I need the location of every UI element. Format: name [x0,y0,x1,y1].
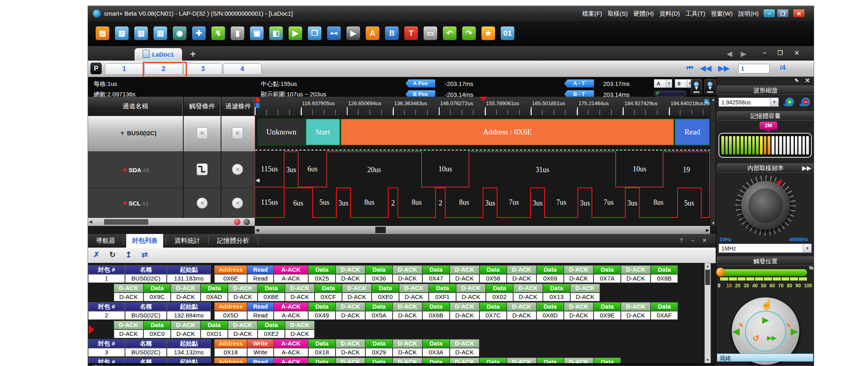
packet-value-cell[interactable]: D-ACK [285,329,315,338]
packet-value-cell[interactable]: 0X58 [479,274,507,283]
packet-value-cell[interactable]: 1 [88,274,125,283]
packet-value-cell[interactable]: 0X9E [594,311,621,320]
packet-value-cell[interactable]: D-ACK [114,329,143,338]
refresh-packets-icon[interactable]: ↻ [107,250,118,260]
trigger-slider-handle[interactable] [716,268,725,277]
scroll-up-icon[interactable]: ▲ [705,263,710,269]
bus-segment-read[interactable]: Read [674,118,710,146]
packet-value-cell[interactable]: 0X02 [486,293,513,301]
a-t-badge[interactable]: A - T [564,79,594,87]
probe-tool-icon[interactable] [244,219,250,225]
page-button-3[interactable]: 3 [184,63,222,75]
packet-value-cell[interactable]: 0XC0 [143,329,171,338]
menu-w[interactable]: 視窗(W) [711,10,733,18]
flag-b-icon[interactable]: B [385,26,399,40]
snapshot-camera-icon[interactable]: ◉ [173,26,186,40]
page-button-4[interactable]: 4 [223,63,262,75]
packet-value-cell[interactable]: 0X6E [214,274,247,283]
packet-value-cell[interactable]: 0XAD [201,293,228,301]
quick-acquire-lightning-icon[interactable]: ↯ [211,26,225,40]
channel-panel-scrollbar[interactable]: ◀ [88,218,255,226]
search-prev-icon[interactable]: ↶ [443,26,457,40]
packet-table-scrollbar[interactable]: ▲ ▼ [704,263,711,363]
packet-value-cell[interactable]: 0XF1 [429,293,456,301]
zoom-out-icon[interactable]: − [801,98,810,106]
compare-documents-icon[interactable]: ❒ [308,26,321,40]
place-marker-b-button[interactable] [704,79,716,94]
packet-value-cell[interactable]: 0X5D [214,311,247,320]
time-ruler[interactable]: 116.937905us126.650694us136.363483us146.… [255,97,710,116]
flag-a-icon[interactable]: A [366,26,379,40]
packet-value-cell[interactable]: 0XD1 [201,329,228,338]
packet-value-cell[interactable]: 0X7A [594,274,621,283]
eraser-icon[interactable]: ▭ [424,26,437,40]
packet-value-cell[interactable]: D-ACK [393,348,422,357]
packet-value-cell[interactable]: 3 [88,348,125,357]
bottom-tab[interactable]: 資料統計 [169,234,206,248]
memory-database-icon[interactable]: ▮ [231,26,244,40]
flag-t-icon[interactable]: T [404,26,418,40]
menu-t[interactable]: 工具(T) [686,10,705,18]
knob-face[interactable] [741,181,790,230]
packet-value-cell[interactable]: D-ACK [171,293,201,301]
packet-value-cell[interactable]: 0X3A [422,348,450,357]
close-panel-icon[interactable]: ✕ [805,77,810,84]
channel-row-scl[interactable]: SCL A1 ✕ ✕ [88,187,255,218]
page-button-1[interactable]: 1 [105,63,143,75]
scroll-up-icon[interactable]: ▲ [710,97,716,102]
packet-value-cell[interactable]: D-ACK [399,293,429,301]
scroll-down-icon[interactable]: ▼ [710,220,716,226]
packet-value-cell[interactable]: D-ACK [393,311,422,320]
packet-value-cell[interactable]: D-ACK [507,311,536,320]
expand-icon[interactable]: ▶▶ [802,164,811,172]
open-folder-icon[interactable]: ▤ [96,26,109,40]
packet-value-cell[interactable]: D-ACK [507,274,536,283]
packet-value-cell[interactable]: D-ACK [336,274,365,283]
packet-value-cell[interactable]: 0X49 [308,311,336,320]
packet-value-cell[interactable]: D-ACK [564,274,594,283]
mdi-window-controls[interactable]: − ❐ ✕ [763,49,804,57]
cursor-channel-select[interactable]: A▼ [654,79,672,88]
save-file-icon[interactable]: ▥ [115,26,129,40]
restore-button[interactable]: ❐ [777,9,789,18]
packet-value-cell[interactable]: A-ACK [274,311,308,320]
favorite-star-icon[interactable]: ★ [481,26,495,40]
packet-value-cell[interactable]: 0X9C [143,293,171,301]
sda-trigger-falling-edge-icon[interactable] [197,163,208,175]
zoom-in-icon[interactable]: + [785,98,794,106]
waveform-vscrollbar[interactable]: ▲ ▼ [710,97,716,226]
go-next-button[interactable]: ▶▶ [718,64,729,73]
bottom-tab[interactable]: 導航器 [90,234,121,248]
bottom-tab[interactable]: 封包列表 [126,234,163,248]
packet-value-cell[interactable]: 0XE2 [258,329,285,338]
packet-value-cell[interactable]: D-ACK [621,274,651,283]
packet-value-cell[interactable]: 0XE0 [372,293,399,301]
packet-value-cell[interactable]: 0X47 [422,274,450,283]
tab-ladoc1[interactable]: LaDoc1 [135,48,182,61]
packet-value-cell[interactable]: 0X8B [651,274,678,283]
search-next-icon[interactable]: ↷ [462,26,476,40]
minimize-button[interactable]: − [763,9,775,18]
packet-value-cell[interactable]: 0X18 [308,348,336,357]
packet-value-cell[interactable]: 0XBE [258,293,285,301]
menu-h[interactable]: 硬體(H) [633,10,654,18]
add-tab-button[interactable]: + [188,49,198,59]
scrollbar-thumb[interactable] [705,270,710,285]
channel-row-bus0[interactable]: ▼ BUS0(I2C) ✕ ✕ [88,116,255,151]
packet-value-cell[interactable]: D-ACK [450,311,479,320]
packet-value-cell[interactable]: D-ACK [621,311,651,320]
packet-value-cell[interactable]: BUS0(I2C) [125,348,167,357]
pin-panel-icon[interactable]: ✎ [794,77,799,83]
delete-packets-icon[interactable]: ✗ [91,250,102,260]
scroll-right-icon[interactable]: ▶ [706,228,709,233]
packet-value-cell[interactable]: Read [247,311,274,320]
packet-value-cell[interactable]: 134.132ms [167,348,211,357]
play-icon[interactable]: ▶ [762,315,768,325]
packet-value-cell[interactable]: 0X29 [365,348,393,357]
packet-value-cell[interactable]: Write [247,348,274,357]
jump-shuffle-icon[interactable]: ⇄ [139,250,150,260]
scroll-left-icon[interactable]: ◀ [256,228,259,233]
scl-trigger-icon[interactable]: ✕ [197,197,208,209]
packet-value-cell[interactable]: 0X36 [365,274,393,283]
menu-h[interactable]: 說明(H) [738,10,759,18]
